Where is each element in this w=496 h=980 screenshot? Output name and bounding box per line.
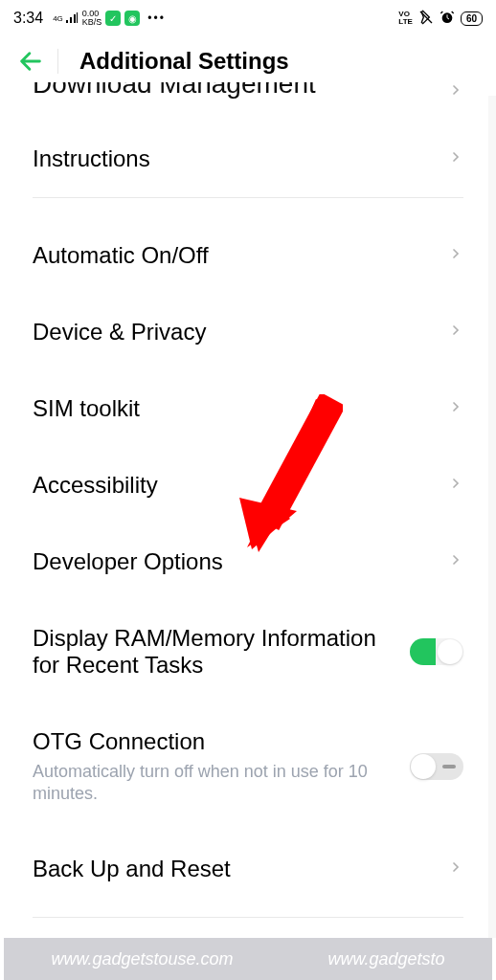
vibrate-icon bbox=[418, 10, 434, 28]
setting-label: Device & Privacy bbox=[33, 319, 437, 345]
settings-row-sim-toolkit[interactable]: SIM toolkit bbox=[0, 370, 496, 447]
page-title: Additional Settings bbox=[79, 48, 289, 75]
settings-row-developer-options[interactable]: Developer Options bbox=[0, 523, 496, 600]
back-button[interactable] bbox=[17, 48, 44, 75]
divider bbox=[33, 917, 463, 918]
settings-list: Download Management Instructions Automat… bbox=[0, 77, 496, 918]
data-speed: 0.00 KB/S bbox=[82, 10, 102, 27]
app-icon-1: ✓ bbox=[105, 11, 121, 26]
settings-row-device-privacy[interactable]: Device & Privacy bbox=[0, 294, 496, 370]
settings-row-instructions[interactable]: Instructions bbox=[0, 121, 496, 197]
setting-label: OTG Connection bbox=[33, 728, 398, 755]
chevron-right-icon bbox=[448, 246, 463, 265]
signal-icon: 4G bbox=[53, 12, 79, 24]
battery-indicator: 60 bbox=[461, 11, 483, 26]
setting-label: Developer Options bbox=[33, 548, 437, 575]
setting-label: SIM toolkit bbox=[33, 395, 437, 422]
settings-row-otg[interactable]: OTG Connection Automatically turn off wh… bbox=[0, 703, 496, 831]
settings-row-display-ram[interactable]: Display RAM/Memory Information for Recen… bbox=[0, 600, 496, 703]
chevron-right-icon bbox=[448, 399, 463, 418]
chevron-right-icon bbox=[448, 82, 463, 101]
settings-row-backup-reset[interactable]: Back Up and Reset bbox=[0, 831, 496, 907]
scroll-edge bbox=[488, 96, 496, 938]
settings-row-accessibility[interactable]: Accessibility bbox=[0, 447, 496, 523]
chevron-right-icon bbox=[448, 149, 463, 168]
more-icon: ••• bbox=[147, 11, 166, 25]
watermark-text: www.gadgetstouse.com bbox=[51, 949, 233, 969]
setting-label: Instructions bbox=[33, 145, 437, 172]
setting-label: Display RAM/Memory Information for Recen… bbox=[33, 625, 398, 679]
watermark: www.gadgetstouse.com www.gadgetsto bbox=[4, 938, 492, 980]
settings-row-auto-onoff[interactable]: Automatic On/Off bbox=[0, 217, 496, 294]
status-right: VOLTE 60 bbox=[398, 10, 483, 28]
status-bar: 3:34 4G 0.00 KB/S ✓ ◉ ••• VOLTE 60 bbox=[0, 0, 496, 36]
toggle-otg[interactable] bbox=[410, 753, 463, 780]
alarm-icon bbox=[440, 10, 455, 28]
settings-row-download[interactable]: Download Management bbox=[0, 77, 496, 121]
setting-label: Back Up and Reset bbox=[33, 856, 437, 882]
setting-label: Accessibility bbox=[33, 472, 437, 499]
watermark-text: www.gadgetsto bbox=[327, 949, 444, 969]
status-time: 3:34 bbox=[13, 10, 43, 27]
toggle-display-ram[interactable] bbox=[410, 638, 463, 665]
chevron-right-icon bbox=[448, 552, 463, 571]
setting-subtitle: Automatically turn off when not in use f… bbox=[33, 761, 398, 806]
app-icon-2: ◉ bbox=[124, 11, 140, 26]
chevron-right-icon bbox=[448, 859, 463, 879]
status-left: 3:34 4G 0.00 KB/S ✓ ◉ ••• bbox=[13, 10, 166, 27]
chevron-right-icon bbox=[448, 323, 463, 342]
setting-label: Automatic On/Off bbox=[33, 242, 437, 269]
header-divider bbox=[57, 49, 58, 74]
volte-icon: VOLTE bbox=[398, 11, 413, 26]
chevron-right-icon bbox=[448, 476, 463, 495]
